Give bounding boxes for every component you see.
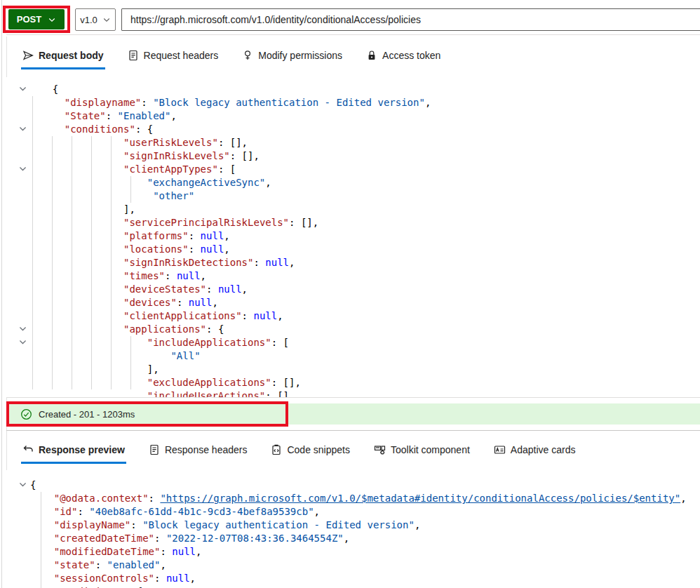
code-line: "State": "Enabled", (6, 109, 700, 123)
code-text: ], (41, 203, 135, 216)
http-method-dropdown[interactable]: POST (8, 9, 65, 29)
code-text: "servicePrincipalRiskLevels": [], (41, 216, 318, 229)
editor-gutter (6, 585, 30, 588)
tab-code-snippets[interactable]: Code snippets (269, 434, 351, 465)
indent-guide (130, 336, 131, 389)
fold-chevron-icon[interactable] (17, 84, 28, 95)
response-preview-editor[interactable]: { "@odata.context": "https://graph.micro… (6, 470, 700, 588)
graph-explorer-page: POST v1.0 Request bodyRequest headersMod… (0, 0, 700, 588)
editor-gutter (6, 519, 30, 532)
tab-response-preview[interactable]: Response preview (21, 434, 126, 465)
code-text: "exchangeActiveSync", (41, 176, 271, 189)
indent-guide (130, 176, 131, 203)
document-icon (128, 50, 139, 61)
code-text: "other" (41, 189, 194, 203)
editor-gutter (6, 572, 30, 585)
fold-chevron-icon[interactable] (17, 124, 28, 135)
editor-gutter (6, 532, 30, 545)
editor-gutter (6, 296, 41, 309)
http-method-label: POST (17, 14, 41, 25)
api-version-dropdown[interactable]: v1.0 (75, 8, 116, 31)
code-line: "@odata.context": "https://graph.microso… (6, 492, 700, 505)
code-text: "clientAppTypes": [ (41, 163, 236, 176)
editor-gutter (6, 149, 41, 163)
code-line: "displayName": "Block legacy authenticat… (6, 519, 700, 532)
tab-access-token[interactable]: Access token (365, 40, 442, 71)
editor-gutter (6, 479, 30, 492)
code-text: "conditions": { (41, 123, 153, 136)
code-text: "includeApplications": [ (41, 336, 289, 349)
indent-guide (52, 136, 53, 389)
code-line: "displayname": "Block legacy authenticat… (6, 96, 700, 109)
request-editor-bottom-border (6, 397, 700, 398)
toolkit-icon (374, 444, 386, 455)
fold-chevron-icon[interactable] (17, 338, 28, 349)
code-text: "times": null, (41, 269, 206, 283)
tab-label: Request body (39, 50, 104, 61)
code-text: "displayname": "Block legacy authenticat… (41, 96, 431, 109)
code-line: "state": "enabled", (6, 559, 700, 572)
request-tab-strip: Request bodyRequest headersModify permis… (6, 39, 700, 72)
odata-context-link[interactable]: "https://graph.microsoft.com/v1.0/$metad… (160, 493, 680, 504)
code-line: "conditions": { (6, 123, 700, 136)
tab-toolkit-component[interactable]: Toolkit component (372, 434, 471, 465)
editor-gutter (6, 83, 41, 96)
lock-icon (366, 50, 377, 61)
code-text: "platforms": null, (41, 229, 230, 243)
editor-gutter (6, 216, 41, 229)
code-text: "displayName": "Block legacy authenticat… (30, 519, 420, 532)
request-body-editor[interactable]: { "displayname": "Block legacy authentic… (6, 77, 700, 397)
fold-chevron-icon[interactable] (17, 480, 28, 491)
editor-gutter (6, 176, 41, 189)
tab-adaptive-cards[interactable]: Adaptive cards (492, 434, 577, 465)
response-tab-strip: Response previewResponse headersCode sni… (6, 434, 700, 466)
fold-chevron-icon[interactable] (17, 164, 28, 175)
indent-guide (72, 136, 72, 389)
tab-response-headers[interactable]: Response headers (147, 434, 249, 465)
tab-label: Adaptive cards (511, 444, 576, 455)
request-url-input[interactable] (121, 8, 700, 31)
send-icon (22, 50, 34, 61)
code-text: "excludeApplications": [], (41, 376, 301, 389)
code-line: "includeUserActions": [] (6, 389, 700, 397)
code-text: "State": "Enabled", (41, 109, 177, 123)
tab-label: Response preview (39, 444, 125, 455)
permissions-icon (242, 50, 253, 61)
tab-modify-permissions[interactable]: Modify permissions (241, 40, 344, 71)
response-status-bar: Created - 201 - 1203ms (6, 403, 700, 425)
editor-gutter (6, 349, 41, 363)
editor-gutter (6, 545, 30, 559)
editor-gutter (6, 109, 41, 123)
editor-gutter (6, 189, 41, 203)
api-version-label: v1.0 (80, 15, 97, 25)
editor-gutter (6, 376, 41, 389)
fold-chevron-icon[interactable] (17, 324, 28, 335)
chevron-down-icon (102, 15, 111, 24)
editor-gutter (6, 336, 41, 349)
tab-label: Toolkit component (391, 444, 470, 455)
indent-guide (41, 492, 41, 588)
code-text: "sessionControls": null, (30, 572, 196, 585)
code-text: "id": "40eb8afc-61dd-4b1c-9cd3-4bef8a953… (30, 505, 320, 519)
tab-request-body[interactable]: Request body (21, 40, 105, 71)
document-icon (149, 444, 160, 455)
status-message: Created - 201 - 1203ms (39, 409, 135, 420)
tab-label: Modify permissions (258, 50, 342, 61)
code-text: "All" (41, 349, 201, 363)
editor-gutter (6, 505, 30, 519)
editor-gutter (6, 323, 41, 336)
editor-gutter (6, 309, 41, 323)
code-text: ], (41, 363, 159, 376)
editor-gutter (6, 229, 41, 243)
tab-request-headers[interactable]: Request headers (126, 40, 220, 71)
code-line: "sessionControls": null, (6, 572, 700, 585)
code-text: "signInRiskDetections": null, (41, 256, 295, 269)
editor-gutter (6, 389, 41, 397)
toolbar-divider (6, 34, 700, 35)
editor-gutter (6, 203, 41, 216)
response-card-top-border (6, 430, 700, 431)
code-text: "conditions": { (30, 585, 142, 588)
editor-gutter (6, 96, 41, 109)
code-text: { (30, 479, 36, 492)
code-text: "applications": { (41, 323, 224, 336)
